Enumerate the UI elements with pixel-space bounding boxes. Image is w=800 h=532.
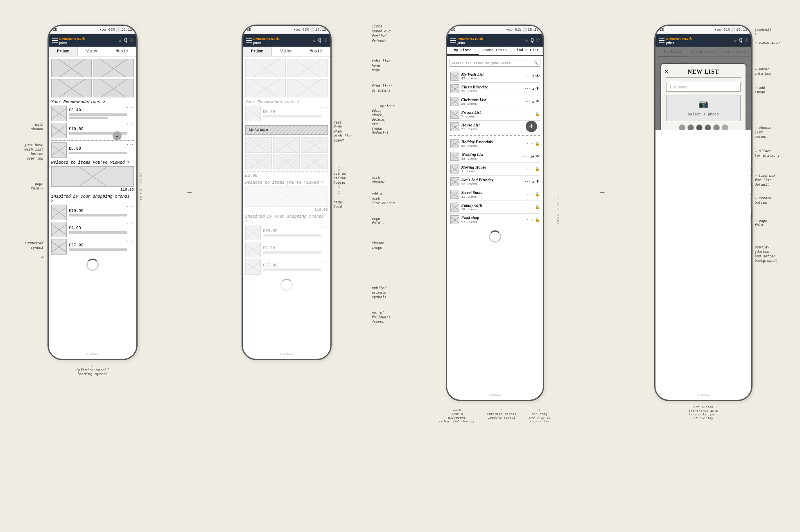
dots-menu-1c[interactable]: ··· [127, 142, 134, 147]
list-name-wedding: Wedding List [461, 152, 520, 157]
search-icon-3b: 🔍 [533, 61, 538, 65]
list-info-house: House List 71 items [461, 123, 531, 131]
list-dots-food[interactable]: ··· [527, 218, 533, 222]
page-label-4: ALL LISTS + CREATE A LIST [750, 165, 753, 224]
list-info-holiday: Holiday Essentials 12 items [461, 140, 525, 148]
hamburger-icon-4[interactable] [659, 38, 664, 43]
search-placeholder-3: Search for items on your lists [452, 61, 533, 65]
star-icon-4[interactable]: ☆ [734, 37, 737, 44]
list-privacy-private: 🔒 [535, 112, 540, 117]
amazon-nav-2: amazon.co.uk prime ☆ Q ♡ [243, 34, 330, 47]
dots-trend-1c[interactable]: ··· [127, 239, 134, 243]
list-name-input[interactable]: List name [666, 82, 741, 92]
list-dots-wedding[interactable]: ··· [522, 154, 529, 158]
annotation-suggested-symbol: suggestedsymbol⊟ [25, 241, 43, 259]
carrier-1: EE [53, 28, 57, 32]
list-privacy-moving: 🔒 [535, 167, 540, 171]
search-icon-3[interactable]: Q [531, 37, 534, 43]
battery-1: ⬜ [116, 27, 120, 32]
photo-selector[interactable]: 📷 Select a photo [666, 95, 741, 121]
list-checkbox-wedding [450, 152, 459, 161]
list-dots-moving[interactable]: ··· [527, 167, 533, 171]
list-dots-wish-list[interactable]: ··· [524, 74, 531, 78]
color-swatch-2[interactable] [687, 124, 694, 130]
list-dots-christmas[interactable]: ··· [524, 99, 531, 104]
list-count-ellis: 15 items [461, 89, 522, 93]
cart-icon-3[interactable]: ♡ [536, 37, 540, 44]
screen1-wrapper: withshadow just havewish listbuttonover … [47, 25, 138, 376]
modal-close-btn[interactable]: ✕ [664, 67, 669, 75]
new-list-overlay: ✕ NEW LIST List name 📷 Select a photo [655, 47, 751, 130]
time-4: 15:13 [736, 28, 747, 32]
list-dots-santa[interactable]: ··· [527, 192, 533, 196]
list-dots-ellis[interactable]: ··· [524, 87, 531, 91]
my-wishlist-sticky[interactable]: My Wishlist ··· [245, 125, 328, 135]
list-item-my-wish-list: My Wish List 42 items ··· 2 👁 [450, 70, 540, 83]
phone-content-2: Your Recommendations £3.49 ··· [243, 56, 330, 125]
tab-prime-1[interactable]: Prime [49, 47, 78, 56]
loading-spinner-3 [489, 230, 501, 243]
related-title-1: Related to items you've viewed [51, 160, 134, 165]
tab-music-1[interactable]: Music [107, 47, 136, 56]
list-name-santa: Secret Santa [461, 190, 525, 195]
list-name-ava: Ava's 2nd Birthday [461, 178, 522, 182]
dots-menu-1b[interactable]: ··· [127, 123, 134, 127]
carrier-2: EE [247, 28, 251, 32]
cart-icon-1[interactable]: ♡ [130, 37, 133, 44]
tab-video-2[interactable]: Video [272, 47, 301, 56]
color-swatch-5[interactable] [713, 124, 720, 130]
phone-content-1: Your Recommendations £3.49 ··· [49, 56, 136, 277]
star-icon-3[interactable]: ☆ [525, 37, 528, 44]
product-row-1a: £3.49 ··· [51, 106, 134, 121]
tab-my-lists[interactable]: My Lists [447, 47, 479, 55]
wishlist-star-btn[interactable]: ★ [113, 131, 122, 140]
list-dots-family[interactable]: ··· [527, 205, 533, 209]
tab-prime-2[interactable]: Prime [243, 47, 272, 56]
list-dots-private[interactable]: ··· [527, 112, 533, 116]
list-search-bar[interactable]: Search for items on your lists 🔍 [450, 59, 540, 67]
cart-icon-2[interactable]: ♡ [324, 37, 327, 44]
annotation-with-shadow-3: withshadow [372, 176, 384, 185]
prime-tabs-2: Prime Video Music [243, 47, 330, 56]
search-icon-1[interactable]: Q [124, 37, 127, 43]
wishlist-sticky-dots[interactable]: ··· [321, 128, 324, 132]
search-icon-2[interactable]: Q [318, 37, 321, 43]
list-info-private: Private List 7 items [461, 110, 525, 118]
list-privacy-ava: 👁 [536, 179, 540, 184]
list-info-christmas: Christmas List 26 items [461, 97, 522, 106]
hamburger-icon-2[interactable] [246, 38, 252, 43]
color-swatch-6[interactable] [722, 124, 728, 130]
cart-icon-4[interactable]: ♡ [745, 37, 748, 44]
hamburger-icon-1[interactable] [52, 38, 58, 43]
tab-find-list[interactable]: Find a List [511, 47, 543, 55]
color-swatch-4[interactable] [705, 124, 711, 130]
search-icon-4[interactable]: Q [739, 37, 742, 43]
list-dots-holiday[interactable]: ··· [527, 142, 533, 146]
tab-saved-lists[interactable]: Saved Lists [479, 47, 511, 55]
list-checkbox-santa [450, 190, 459, 199]
color-swatch-3[interactable] [696, 124, 703, 130]
annotation-add-wish-list: add awishlist button [372, 192, 395, 206]
star-icon-1[interactable]: ☆ [118, 37, 122, 44]
star-icon-2[interactable]: ☆ [312, 37, 316, 44]
annotation-chosen-image: chosenimage [372, 241, 384, 250]
list-dots-ava[interactable]: ··· [524, 180, 531, 184]
tab-music-2[interactable]: Music [301, 47, 330, 56]
list-privacy-santa: 🔒 [535, 192, 540, 197]
color-swatch-1[interactable] [679, 124, 685, 130]
tab-video-1[interactable]: Video [78, 47, 107, 56]
amazon-nav-3: amazon.co.uk prime ☆ Q ♡ [447, 34, 543, 47]
hamburger-icon-3[interactable] [450, 38, 456, 43]
carrier-4: EE [660, 28, 664, 32]
screen2-wrapper: restfadewhenwish listopen? act asstickyf… [242, 25, 332, 364]
add-list-fab[interactable]: + [526, 121, 537, 132]
list-actions-ellis: ··· 4 👁 [524, 86, 540, 91]
wifi-3: ▾oo 61% [506, 27, 522, 32]
dots-menu-1a[interactable]: ··· [127, 106, 134, 110]
dots-trend-1b[interactable]: ··· [127, 222, 134, 226]
annotation-public-private: public/privatesymbols [372, 286, 386, 300]
list-info-ava: Ava's 2nd Birthday 22 items [461, 178, 522, 186]
product-info-1c: £5.99 [69, 147, 134, 154]
dots-trend-1a[interactable]: ··· [127, 205, 134, 209]
annotation-add-image: → addimage [755, 86, 765, 95]
